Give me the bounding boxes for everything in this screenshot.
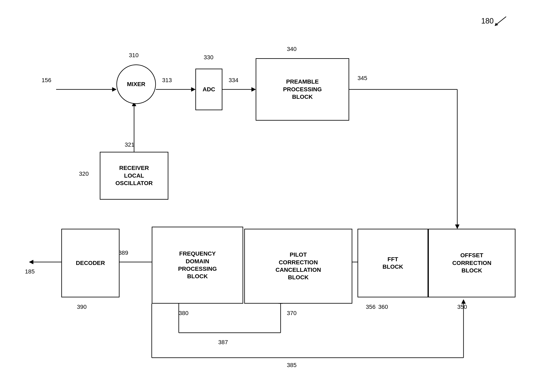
adc-block: ADC bbox=[195, 69, 222, 110]
label-360: 360 bbox=[378, 304, 388, 310]
receiver-local-oscillator-block: RECEIVER LOCAL OSCILLATOR bbox=[100, 152, 168, 200]
label-370: 370 bbox=[287, 310, 297, 316]
fig-arrow bbox=[489, 13, 514, 29]
label-156: 156 bbox=[42, 77, 51, 84]
pilot-correction-block: PILOT CORRECTION CANCELLATION BLOCK bbox=[244, 229, 352, 304]
decoder-block: DECODER bbox=[61, 229, 120, 297]
label-185: 185 bbox=[25, 268, 35, 275]
label-310: 310 bbox=[129, 52, 139, 59]
label-389: 389 bbox=[118, 250, 128, 256]
svg-marker-5 bbox=[252, 87, 256, 92]
preamble-processing-block: PREAMBLE PROCESSING BLOCK bbox=[256, 58, 349, 121]
label-340: 340 bbox=[287, 46, 297, 52]
label-380: 380 bbox=[179, 310, 188, 316]
svg-marker-28 bbox=[461, 299, 466, 304]
label-321: 321 bbox=[125, 141, 134, 148]
svg-line-29 bbox=[496, 17, 506, 25]
diagram: 180 156 MIXER 310 313 ADC 330 334 PREAMB… bbox=[0, 0, 556, 392]
svg-marker-3 bbox=[191, 87, 195, 92]
offset-correction-block: OFFSET CORRECTION BLOCK bbox=[428, 229, 516, 297]
label-313: 313 bbox=[162, 77, 172, 84]
frequency-domain-block: FREQUENCY DOMAIN PROCESSING BLOCK bbox=[152, 227, 243, 304]
label-330: 330 bbox=[204, 54, 213, 61]
label-390: 390 bbox=[77, 304, 87, 310]
fft-block: FFT BLOCK bbox=[357, 229, 428, 297]
label-387: 387 bbox=[218, 339, 228, 346]
mixer-block: MIXER bbox=[116, 64, 156, 104]
svg-marker-20 bbox=[29, 260, 33, 264]
label-356: 356 bbox=[366, 304, 376, 310]
svg-marker-8 bbox=[455, 225, 459, 229]
label-350: 350 bbox=[457, 304, 467, 310]
svg-marker-1 bbox=[112, 87, 116, 92]
label-320: 320 bbox=[79, 171, 89, 177]
label-385: 385 bbox=[287, 362, 297, 368]
label-334: 334 bbox=[229, 77, 238, 84]
label-345: 345 bbox=[357, 75, 367, 81]
